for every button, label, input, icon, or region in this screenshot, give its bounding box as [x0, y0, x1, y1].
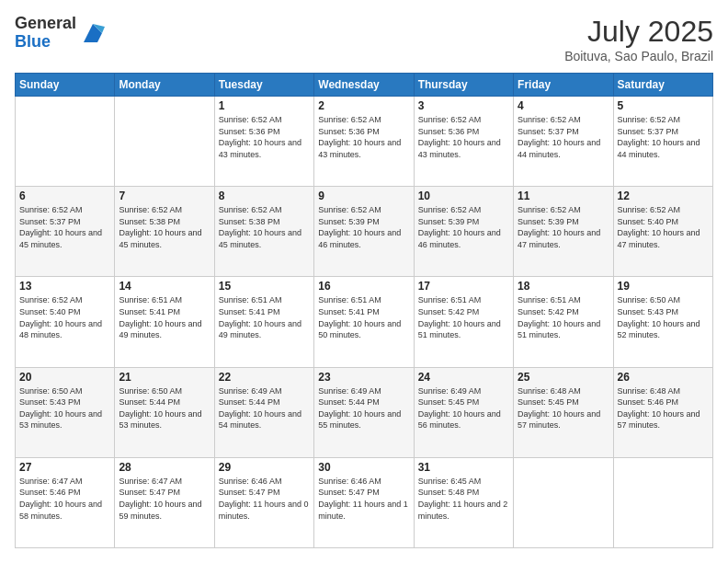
calendar-cell: 24Sunrise: 6:49 AMSunset: 5:45 PMDayligh…: [414, 367, 513, 457]
day-info: Sunrise: 6:47 AMSunset: 5:47 PMDaylight:…: [119, 476, 210, 522]
logo-text: General Blue: [15, 15, 107, 52]
day-info: Sunrise: 6:50 AMSunset: 5:43 PMDaylight:…: [618, 294, 709, 340]
day-number: 5: [618, 99, 709, 112]
day-info: Sunrise: 6:52 AMSunset: 5:36 PMDaylight:…: [318, 114, 409, 160]
weekday-header: Friday: [514, 74, 613, 97]
day-info: Sunrise: 6:51 AMSunset: 5:41 PMDaylight:…: [119, 294, 210, 340]
weekday-header: Monday: [115, 74, 214, 97]
day-info: Sunrise: 6:50 AMSunset: 5:44 PMDaylight:…: [119, 385, 210, 431]
calendar-week-row: 6Sunrise: 6:52 AMSunset: 5:37 PMDaylight…: [16, 187, 713, 277]
calendar-cell: 8Sunrise: 6:52 AMSunset: 5:38 PMDaylight…: [214, 187, 313, 277]
day-number: 3: [418, 99, 509, 112]
day-info: Sunrise: 6:51 AMSunset: 5:41 PMDaylight:…: [219, 294, 310, 340]
logo-blue: Blue: [15, 32, 51, 51]
day-number: 1: [219, 99, 310, 112]
day-info: Sunrise: 6:52 AMSunset: 5:36 PMDaylight:…: [219, 114, 310, 160]
day-info: Sunrise: 6:48 AMSunset: 5:46 PMDaylight:…: [618, 385, 709, 431]
page: General Blue July 2025 Boituva, Sao Paul…: [0, 0, 728, 563]
weekday-header: Sunday: [16, 74, 115, 97]
calendar-cell: 18Sunrise: 6:51 AMSunset: 5:42 PMDayligh…: [514, 277, 613, 367]
calendar-cell: 23Sunrise: 6:49 AMSunset: 5:44 PMDayligh…: [314, 367, 414, 457]
calendar-cell: 5Sunrise: 6:52 AMSunset: 5:37 PMDaylight…: [613, 97, 712, 187]
calendar-cell: 25Sunrise: 6:48 AMSunset: 5:45 PMDayligh…: [514, 367, 613, 457]
day-number: 23: [318, 371, 409, 384]
day-number: 22: [219, 371, 310, 384]
weekday-header: Tuesday: [214, 74, 313, 97]
logo: General Blue: [15, 15, 107, 52]
calendar-cell: 16Sunrise: 6:51 AMSunset: 5:41 PMDayligh…: [314, 277, 414, 367]
day-info: Sunrise: 6:52 AMSunset: 5:39 PMDaylight:…: [318, 204, 409, 250]
calendar-cell: 2Sunrise: 6:52 AMSunset: 5:36 PMDaylight…: [314, 97, 414, 187]
calendar-week-row: 1Sunrise: 6:52 AMSunset: 5:36 PMDaylight…: [16, 97, 713, 187]
logo-icon: [79, 19, 107, 47]
day-number: 31: [418, 461, 509, 474]
day-info: Sunrise: 6:52 AMSunset: 5:38 PMDaylight:…: [119, 204, 210, 250]
day-number: 30: [318, 461, 409, 474]
day-info: Sunrise: 6:50 AMSunset: 5:43 PMDaylight:…: [19, 385, 110, 431]
day-info: Sunrise: 6:52 AMSunset: 5:40 PMDaylight:…: [618, 204, 709, 250]
day-info: Sunrise: 6:49 AMSunset: 5:44 PMDaylight:…: [219, 385, 310, 431]
day-number: 18: [518, 280, 609, 293]
day-number: 26: [618, 371, 709, 384]
calendar-cell: 19Sunrise: 6:50 AMSunset: 5:43 PMDayligh…: [613, 277, 712, 367]
day-number: 24: [418, 371, 509, 384]
day-info: Sunrise: 6:49 AMSunset: 5:45 PMDaylight:…: [418, 385, 509, 431]
day-info: Sunrise: 6:52 AMSunset: 5:37 PMDaylight:…: [19, 204, 110, 250]
calendar-cell: 14Sunrise: 6:51 AMSunset: 5:41 PMDayligh…: [115, 277, 214, 367]
day-number: 10: [418, 190, 509, 202]
day-info: Sunrise: 6:49 AMSunset: 5:44 PMDaylight:…: [318, 385, 409, 431]
calendar-cell: 29Sunrise: 6:46 AMSunset: 5:47 PMDayligh…: [214, 457, 313, 547]
calendar-cell: [514, 457, 613, 547]
day-number: 7: [119, 190, 210, 202]
day-info: Sunrise: 6:52 AMSunset: 5:37 PMDaylight:…: [618, 114, 709, 160]
calendar-cell: 4Sunrise: 6:52 AMSunset: 5:37 PMDaylight…: [514, 97, 613, 187]
day-number: 11: [518, 190, 609, 202]
calendar-cell: 9Sunrise: 6:52 AMSunset: 5:39 PMDaylight…: [314, 187, 414, 277]
calendar-cell: 27Sunrise: 6:47 AMSunset: 5:46 PMDayligh…: [16, 457, 115, 547]
day-info: Sunrise: 6:52 AMSunset: 5:39 PMDaylight:…: [518, 204, 609, 250]
calendar-cell: 15Sunrise: 6:51 AMSunset: 5:41 PMDayligh…: [214, 277, 313, 367]
calendar-cell: 31Sunrise: 6:45 AMSunset: 5:48 PMDayligh…: [414, 457, 513, 547]
location: Boituva, Sao Paulo, Brazil: [564, 49, 713, 63]
day-info: Sunrise: 6:46 AMSunset: 5:47 PMDaylight:…: [219, 476, 310, 522]
calendar-cell: 20Sunrise: 6:50 AMSunset: 5:43 PMDayligh…: [16, 367, 115, 457]
day-number: 17: [418, 280, 509, 293]
calendar-cell: [16, 97, 115, 187]
day-info: Sunrise: 6:48 AMSunset: 5:45 PMDaylight:…: [518, 385, 609, 431]
day-info: Sunrise: 6:45 AMSunset: 5:48 PMDaylight:…: [418, 476, 509, 522]
day-number: 9: [318, 190, 409, 202]
day-info: Sunrise: 6:51 AMSunset: 5:42 PMDaylight:…: [518, 294, 609, 340]
calendar-cell: 7Sunrise: 6:52 AMSunset: 5:38 PMDaylight…: [115, 187, 214, 277]
calendar-cell: 6Sunrise: 6:52 AMSunset: 5:37 PMDaylight…: [16, 187, 115, 277]
weekday-header: Wednesday: [314, 74, 414, 97]
day-number: 16: [318, 280, 409, 293]
calendar-cell: 11Sunrise: 6:52 AMSunset: 5:39 PMDayligh…: [514, 187, 613, 277]
header: General Blue July 2025 Boituva, Sao Paul…: [15, 15, 713, 63]
calendar-cell: 26Sunrise: 6:48 AMSunset: 5:46 PMDayligh…: [613, 367, 712, 457]
day-number: 6: [19, 190, 110, 202]
day-number: 21: [119, 371, 210, 384]
day-number: 14: [119, 280, 210, 293]
day-number: 8: [219, 190, 310, 202]
day-number: 25: [518, 371, 609, 384]
day-number: 4: [518, 99, 609, 112]
logo-general: General: [15, 14, 76, 32]
day-info: Sunrise: 6:52 AMSunset: 5:37 PMDaylight:…: [518, 114, 609, 160]
calendar-cell: 13Sunrise: 6:52 AMSunset: 5:40 PMDayligh…: [16, 277, 115, 367]
day-number: 27: [19, 461, 110, 474]
day-info: Sunrise: 6:46 AMSunset: 5:47 PMDaylight:…: [318, 476, 409, 522]
calendar-cell: 21Sunrise: 6:50 AMSunset: 5:44 PMDayligh…: [115, 367, 214, 457]
calendar-cell: 30Sunrise: 6:46 AMSunset: 5:47 PMDayligh…: [314, 457, 414, 547]
day-number: 29: [219, 461, 310, 474]
weekday-header: Thursday: [414, 74, 513, 97]
calendar-cell: 22Sunrise: 6:49 AMSunset: 5:44 PMDayligh…: [214, 367, 313, 457]
calendar-week-row: 20Sunrise: 6:50 AMSunset: 5:43 PMDayligh…: [16, 367, 713, 457]
calendar-cell: 1Sunrise: 6:52 AMSunset: 5:36 PMDaylight…: [214, 97, 313, 187]
day-info: Sunrise: 6:52 AMSunset: 5:36 PMDaylight:…: [418, 114, 509, 160]
day-number: 12: [618, 190, 709, 202]
calendar-cell: [115, 97, 214, 187]
calendar-table: SundayMondayTuesdayWednesdayThursdayFrid…: [15, 73, 713, 548]
calendar-week-row: 27Sunrise: 6:47 AMSunset: 5:46 PMDayligh…: [16, 457, 713, 547]
day-info: Sunrise: 6:47 AMSunset: 5:46 PMDaylight:…: [19, 476, 110, 522]
day-number: 20: [19, 371, 110, 384]
